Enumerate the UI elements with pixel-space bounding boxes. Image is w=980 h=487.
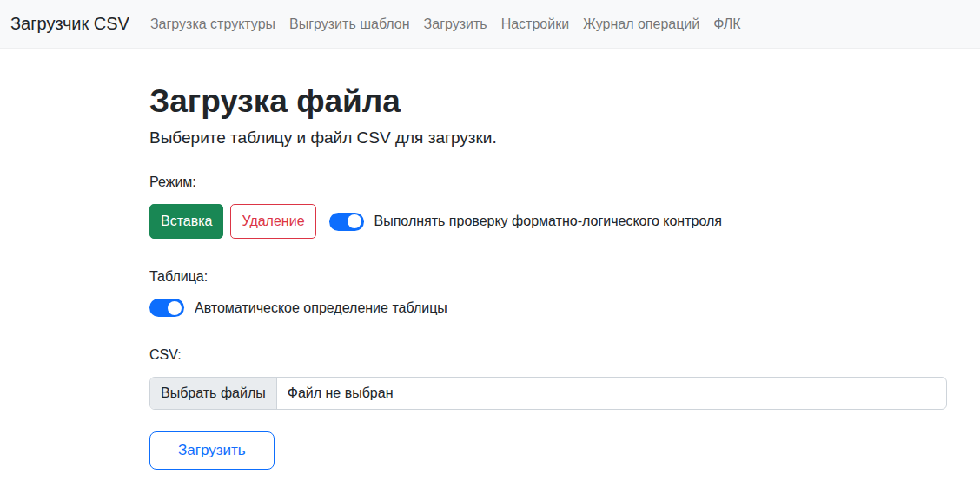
toggle-knob-icon: [168, 301, 182, 315]
insert-mode-button[interactable]: Вставка: [149, 204, 223, 239]
navbar-brand[interactable]: Загрузчик CSV: [10, 14, 129, 34]
page-subtitle: Выберите таблицу и файл CSV для загрузки…: [149, 128, 947, 148]
navbar: Загрузчик CSV Загрузка структуры Выгрузи…: [0, 0, 980, 49]
mode-row: Вставка Удаление Выполнять проверку форм…: [149, 204, 947, 239]
table-label: Таблица:: [149, 269, 947, 285]
flc-check-toggle-label: Выполнять проверку форматно-логического …: [374, 214, 722, 229]
toggle-knob-icon: [348, 214, 361, 228]
table-row: Автоматическое определение таблицы: [149, 299, 947, 317]
auto-table-toggle-label: Автоматическое определение таблицы: [195, 300, 447, 316]
nav-item-export-template[interactable]: Выгрузить шаблон: [282, 10, 417, 39]
nav-item-structure-upload[interactable]: Загрузка структуры: [143, 10, 282, 39]
nav-item-operations-log[interactable]: Журнал операций: [576, 10, 706, 39]
upload-button[interactable]: Загрузить: [149, 431, 275, 470]
nav-item-flk[interactable]: ФЛК: [706, 10, 747, 39]
auto-table-toggle[interactable]: [149, 299, 184, 317]
main-content: Загрузка файла Выберите таблицу и файл C…: [0, 83, 980, 482]
file-status-text: Файл не выбран: [277, 378, 404, 409]
mode-label: Режим:: [149, 174, 947, 190]
delete-mode-button[interactable]: Удаление: [230, 204, 315, 239]
csv-label: CSV:: [149, 347, 947, 363]
csv-file-input[interactable]: Выбрать файлы Файл не выбран: [149, 377, 947, 410]
flc-check-toggle[interactable]: [329, 213, 364, 231]
nav-item-upload[interactable]: Загрузить: [417, 10, 494, 39]
choose-files-button[interactable]: Выбрать файлы: [150, 378, 277, 409]
page-title: Загрузка файла: [149, 83, 947, 120]
nav-item-settings[interactable]: Настройки: [494, 10, 576, 39]
